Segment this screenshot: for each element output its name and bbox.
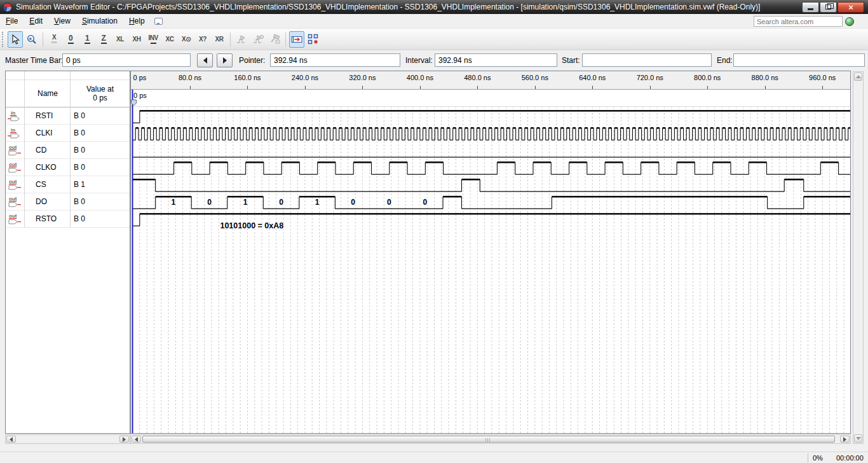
svg-text:out: out <box>9 162 17 167</box>
signal-table-hscrollbar[interactable] <box>5 434 130 444</box>
minimize-button[interactable] <box>802 2 819 13</box>
left-arrow-icon <box>203 57 207 64</box>
high-impedance-button[interactable]: Z <box>96 31 111 48</box>
overwrite-clock-button[interactable]: X⊙ <box>179 31 194 48</box>
signal-table: Name Value at 0 ps inRSTIB 0inCLKIB 0out… <box>5 71 130 434</box>
fit-in-window-button[interactable] <box>306 31 321 48</box>
scroll-right-icon <box>123 437 126 442</box>
close-icon: × <box>848 4 853 11</box>
svg-text:1: 1 <box>315 198 320 207</box>
signal-row-rsto[interactable]: outRSTOB 0 <box>6 211 130 228</box>
toolbar-separator <box>285 32 286 46</box>
svg-text:1: 1 <box>172 198 176 207</box>
time-bar-row: Master Time Bar: Pointer: Interval: Star… <box>0 50 868 71</box>
svg-text:0: 0 <box>279 198 283 207</box>
scroll-left-button[interactable] <box>6 436 16 443</box>
zoom-tool-button[interactable]: ± <box>24 31 39 48</box>
menu-items: FileEditViewSimulationHelp <box>0 15 151 27</box>
column-header-value: Value at 0 ps <box>71 79 130 107</box>
start-label: Start: <box>562 56 580 65</box>
signal-name: DO <box>36 197 47 206</box>
waveform-panel[interactable]: 0 ps80.0 ns160.0 ns240.0 ns320.0 ns400.0… <box>130 71 851 434</box>
restore-button[interactable] <box>820 2 837 13</box>
signal-value: B 0 <box>74 197 85 206</box>
menu-file[interactable]: File <box>0 15 24 27</box>
signal-name: CD <box>36 146 46 155</box>
svg-text:out: out <box>9 196 17 202</box>
scroll-right-button[interactable] <box>840 436 850 443</box>
pointer-input[interactable] <box>270 53 400 67</box>
quartus-app-icon <box>3 3 12 12</box>
end-input[interactable] <box>733 53 865 67</box>
signal-name: CS <box>36 180 46 189</box>
menu-simulation[interactable]: Simulation <box>76 15 123 27</box>
svg-text:0: 0 <box>207 198 212 207</box>
waveform-canvas[interactable]: 1010100010101000 = 0xA8 <box>131 71 850 433</box>
menu-help[interactable]: Help <box>123 15 151 27</box>
globe-icon[interactable] <box>845 17 854 26</box>
insert-waveform-interval-button[interactable] <box>234 31 249 48</box>
signal-row-do[interactable]: outDOB 0 <box>6 193 130 211</box>
menu-edit[interactable]: Edit <box>24 15 48 27</box>
edit-waveform-button[interactable] <box>267 31 282 48</box>
output-pin-icon: out <box>8 144 24 157</box>
count-value-button[interactable]: XC <box>162 31 177 48</box>
search-input[interactable] <box>754 16 843 27</box>
app-window: { "window": { "title": "Simulation Wavef… <box>0 0 868 463</box>
time-bar-forward-button[interactable] <box>217 53 233 67</box>
waveform-hscrollbar[interactable] <box>130 434 851 444</box>
scrollbar-thumb[interactable] <box>142 436 835 443</box>
column-header-name: Name <box>25 79 71 107</box>
signal-value: B 0 <box>74 146 85 155</box>
comment-icon[interactable] <box>154 18 163 25</box>
right-arrow-icon <box>223 57 227 64</box>
master-time-bar-input[interactable] <box>62 53 191 67</box>
weak-high-button[interactable]: XH <box>129 31 144 48</box>
forcing-low-button[interactable]: 0 <box>63 31 78 48</box>
show-time-bars-button[interactable] <box>289 31 304 48</box>
time-bar-back-button[interactable] <box>197 53 213 67</box>
svg-text:out: out <box>9 213 17 219</box>
toolbar-buttons: ±Xxxx01ZXLXHINVXCX⊙X?XR <box>7 31 322 48</box>
signal-row-clko[interactable]: outCLKOB 0 <box>6 159 130 176</box>
signal-name: RSTI <box>36 111 53 120</box>
scroll-up-button[interactable] <box>854 73 862 81</box>
start-input[interactable] <box>582 53 712 67</box>
pointer-label: Pointer: <box>239 56 265 65</box>
weak-low-button[interactable]: XL <box>112 31 128 48</box>
output-pin-icon: out <box>8 178 24 191</box>
arbitrary-value-button[interactable]: XR <box>212 31 227 48</box>
signal-row-cd[interactable]: outCDB 0 <box>6 142 130 159</box>
svg-text:in: in <box>11 110 15 116</box>
toolbar: ±Xxxx01ZXLXHINVXCX⊙X?XR <box>0 29 868 50</box>
random-values-button[interactable]: X? <box>195 31 210 48</box>
close-button[interactable]: × <box>837 2 864 13</box>
signal-name: RSTO <box>36 214 57 223</box>
restore-icon <box>825 4 831 10</box>
title-bar: Simulation Waveform Editor - C:/FPGAProj… <box>0 0 868 14</box>
signal-value: B 1 <box>74 180 85 189</box>
signal-row-clki[interactable]: inCLKIB 0 <box>6 125 130 142</box>
scroll-left-button[interactable] <box>132 436 141 443</box>
scroll-right-button[interactable] <box>119 436 129 443</box>
interval-input[interactable] <box>435 53 557 67</box>
forcing-unknown-button[interactable]: Xxxx <box>46 31 62 48</box>
invert-button[interactable]: INV <box>146 31 161 48</box>
status-bar: 0% 00:00:00 <box>0 452 868 463</box>
interval-label: Interval: <box>405 56 433 65</box>
menu-view[interactable]: View <box>48 15 76 27</box>
snap-to-transition-button[interactable] <box>250 31 266 48</box>
scroll-down-button[interactable] <box>854 434 862 443</box>
signal-value: B 0 <box>74 111 85 120</box>
toolbar-grip[interactable] <box>2 32 4 47</box>
input-pin-icon: in <box>8 127 24 140</box>
signal-row-cs[interactable]: outCSB 1 <box>6 176 130 193</box>
forcing-high-button[interactable]: 1 <box>79 31 95 48</box>
svg-text:±: ± <box>29 36 32 41</box>
svg-text:0: 0 <box>423 198 427 207</box>
signal-row-rsti[interactable]: inRSTIB 0 <box>6 107 130 125</box>
progress-percent: 0% <box>813 454 823 462</box>
waveform-vscrollbar[interactable] <box>853 71 864 444</box>
elapsed-time: 00:00:00 <box>836 454 864 462</box>
selection-tool-button[interactable] <box>8 31 23 48</box>
